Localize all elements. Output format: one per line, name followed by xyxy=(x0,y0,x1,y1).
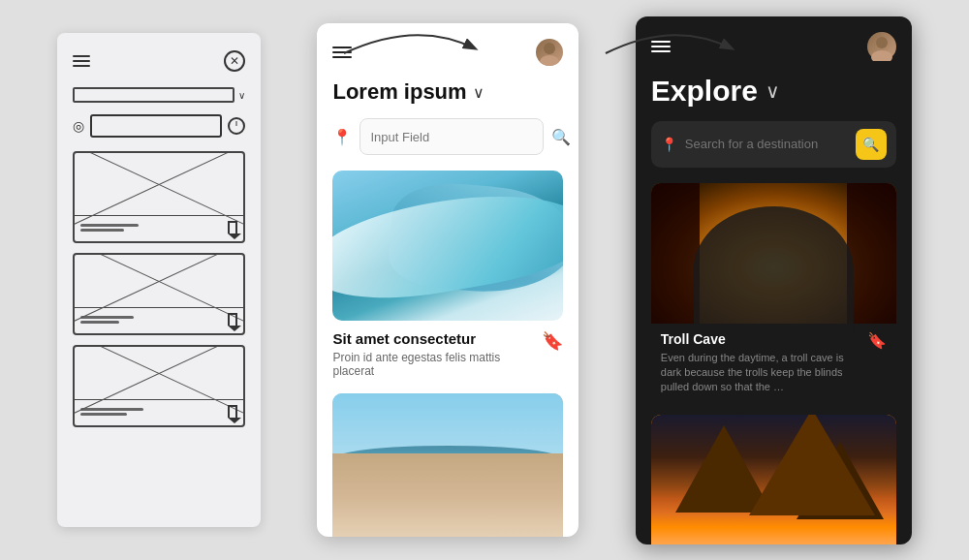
sketch-card-text-3 xyxy=(75,400,243,422)
dark-card-1-desc: Even during the daytime, a troll cave is… xyxy=(661,351,860,395)
dark-header xyxy=(651,32,896,61)
main-container: ✕ ∨ ◎ xyxy=(0,0,969,560)
sketch-line xyxy=(80,229,124,232)
sketch-text-lines-1 xyxy=(80,224,139,232)
light-header xyxy=(332,39,563,66)
dark-panel: Explore ∨ 📍 🔍 xyxy=(636,16,912,544)
light-card-1-texts: Sit amet consectetur Proin id ante egest… xyxy=(332,330,542,378)
sketch-pin-icon: ◎ xyxy=(73,118,84,134)
svg-point-3 xyxy=(540,55,559,66)
dark-card-img-mountain xyxy=(651,415,896,544)
dark-card-1-overlay: Troll Cave Even during the daytime, a tr… xyxy=(651,324,896,403)
light-card-img-beach xyxy=(332,393,563,537)
dark-page-title: Explore xyxy=(651,75,758,108)
sketch-card-1 xyxy=(73,151,245,243)
sketch-panel: ✕ ∨ ◎ xyxy=(57,33,261,527)
sketch-bookmark-3 xyxy=(228,405,237,418)
sketch-dropdown: ∨ xyxy=(73,87,245,103)
sketch-bookmark-1 xyxy=(228,221,237,233)
light-avatar xyxy=(536,39,563,66)
sketch-card-img-2 xyxy=(75,255,243,308)
dark-card-1: Troll Cave Even during the daytime, a tr… xyxy=(651,183,896,403)
sketch-close-icon: ✕ xyxy=(224,50,245,72)
dark-search-input[interactable] xyxy=(685,137,848,151)
sketch-line xyxy=(80,224,139,227)
sketch-chevron-icon: ∨ xyxy=(238,90,245,101)
sketch-bookmark-2 xyxy=(228,313,237,326)
dark-card-1-header: Troll Cave Even during the daytime, a tr… xyxy=(661,331,887,395)
sketch-header: ✕ xyxy=(73,50,245,72)
svg-point-2 xyxy=(544,43,555,54)
dark-title-row: Explore ∨ xyxy=(651,75,896,108)
light-card-1-title: Sit amet consectetur xyxy=(332,330,542,347)
light-card-1-info: Sit amet consectetur Proin id ante egest… xyxy=(332,330,563,378)
sketch-card-text-1 xyxy=(75,216,243,238)
sketch-text-lines-3 xyxy=(80,408,143,416)
sketch-card-text-2 xyxy=(75,308,243,330)
dark-card-2: Caradhras Iceberg Below the snowline, Ca… xyxy=(651,415,896,544)
sketch-text-lines-2 xyxy=(80,316,134,324)
dark-card-1-title: Troll Cave xyxy=(661,331,860,347)
light-dropdown-chevron-icon[interactable]: ∨ xyxy=(473,83,484,102)
svg-point-5 xyxy=(871,50,892,61)
light-card-img-glacier xyxy=(332,171,563,321)
light-page-title: Lorem ipsum xyxy=(332,79,466,105)
sketch-line xyxy=(80,408,143,411)
light-card-1-desc: Proin id ante egestas felis mattis place… xyxy=(332,351,542,378)
light-search-icon[interactable]: 🔍 xyxy=(551,128,571,146)
light-card-1-bookmark-icon[interactable]: 🔖 xyxy=(542,330,563,352)
dark-search-button[interactable]: 🔍 xyxy=(856,129,887,160)
sketch-card-img-1 xyxy=(75,153,243,216)
sketch-line xyxy=(80,413,127,416)
dark-pin-icon: 📍 xyxy=(661,137,677,152)
sketch-line xyxy=(80,321,119,324)
sketch-clock-icon xyxy=(228,117,245,135)
dark-search-btn-icon: 🔍 xyxy=(862,137,879,152)
sketch-card-3 xyxy=(73,345,245,427)
dark-card-img-cave xyxy=(651,183,896,324)
sketch-card-img-3 xyxy=(75,347,243,400)
sketch-hamburger-icon xyxy=(73,55,90,67)
dark-card-1-texts: Troll Cave Even during the daytime, a tr… xyxy=(661,331,860,395)
light-panel: Lorem ipsum ∨ 📍 🔍 Sit amet con xyxy=(317,23,578,537)
light-search-row: 📍 🔍 xyxy=(332,118,563,155)
light-search-input[interactable] xyxy=(359,118,544,155)
svg-point-4 xyxy=(876,37,888,48)
dark-card-1-bookmark-icon[interactable]: 🔖 xyxy=(867,331,887,350)
dark-avatar xyxy=(867,32,896,61)
light-card-2: Convallis sapien sit Nullam sit amet lob… xyxy=(332,393,563,537)
sketch-input-box xyxy=(90,114,222,138)
sketch-card-2 xyxy=(73,253,245,335)
sketch-rect xyxy=(73,87,234,103)
dark-dropdown-chevron-icon[interactable]: ∨ xyxy=(766,79,780,103)
dark-menu-button[interactable] xyxy=(651,41,671,52)
light-title-row: Lorem ipsum ∨ xyxy=(332,79,563,105)
sketch-search-row: ◎ xyxy=(73,114,245,138)
light-pin-icon: 📍 xyxy=(332,128,352,146)
light-menu-button[interactable] xyxy=(332,47,352,58)
light-card-1: Sit amet consectetur Proin id ante egest… xyxy=(332,171,563,378)
dark-search-row: 📍 🔍 xyxy=(651,121,896,168)
sketch-line xyxy=(80,316,134,319)
